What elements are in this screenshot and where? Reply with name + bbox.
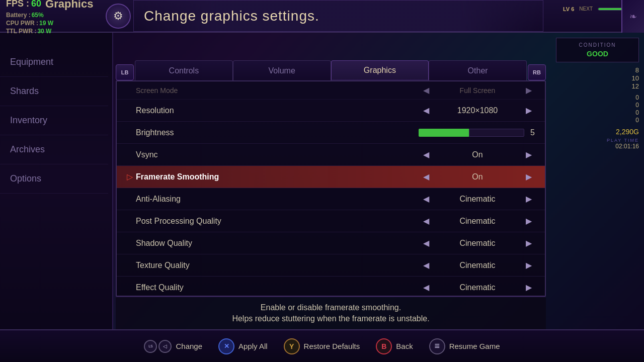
setting-post-processing[interactable]: Post Processing Quality ◀ Cinematic ▶ <box>117 210 545 232</box>
setting-shadow-quality[interactable]: Shadow Quality ◀ Cinematic ▶ <box>117 232 545 254</box>
gear-decoration: ⚙ <box>106 4 131 29</box>
setting-framerate-smoothing[interactable]: ▷ Framerate Smoothing ◀ On ▶ <box>117 166 545 188</box>
arrow-left-shadow[interactable]: ◀ <box>420 237 432 249</box>
arrow-right-vsync[interactable]: ▶ <box>523 149 535 161</box>
ttl-row: TTL PWR : 30 W <box>6 28 97 35</box>
arrow-right-framerate[interactable]: ▶ <box>523 171 535 183</box>
stat-num-12: 12 <box>556 82 639 90</box>
setting-value-effect: Cinematic <box>432 283 523 292</box>
lv-badge: LV 6 <box>563 6 574 12</box>
fps-label: FPS : <box>6 0 29 9</box>
setting-value-resolution: 1920×1080 <box>432 106 523 115</box>
tab-volume-label: Volume <box>268 66 295 75</box>
stat-num-8: 8 <box>556 66 639 74</box>
arrow-left-texture[interactable]: ◀ <box>420 259 432 272</box>
setting-value-pp: Cinematic <box>432 217 523 226</box>
cpu-value: 19 W <box>39 20 53 27</box>
setting-name-framerate: Framerate Smoothing <box>136 172 420 182</box>
tab-volume[interactable]: Volume <box>233 60 331 80</box>
tab-other[interactable]: Other <box>429 60 527 80</box>
setting-value-aa: Cinematic <box>432 195 523 204</box>
setting-vsync[interactable]: Vsync ◀ On ▶ <box>117 144 545 166</box>
arrow-right-resolution[interactable]: ▶ <box>523 105 535 117</box>
setting-resolution[interactable]: Resolution ◀ 1920×1080 ▶ <box>117 100 545 122</box>
setting-texture-quality[interactable]: Texture Quality ◀ Cinematic ▶ <box>117 254 545 277</box>
arrow-left-aa[interactable]: ◀ <box>420 193 432 205</box>
setting-value-framerate: On <box>432 172 523 182</box>
action-apply-all[interactable]: ✕ Apply All <box>218 338 268 354</box>
setting-name-screen-mode: Screen Mode <box>136 86 420 95</box>
tab-controls[interactable]: Controls <box>135 60 233 80</box>
setting-name-brightness: Brightness <box>136 128 419 137</box>
resume-game-label: Resume Game <box>449 342 500 350</box>
nav-item-archives[interactable]: Archives <box>0 135 108 164</box>
cpu-row: CPU PWR : 19 W <box>6 20 97 27</box>
arrow-right-texture[interactable]: ▶ <box>523 259 535 272</box>
arrow-right-pp[interactable]: ▶ <box>523 215 535 227</box>
setting-name-shadow: Shadow Quality <box>136 239 420 248</box>
change-label: Change <box>176 342 202 350</box>
nav-item-shards[interactable]: Shards <box>0 77 108 106</box>
nav-item-inventory[interactable]: Inventory <box>0 106 108 135</box>
brightness-filled <box>419 129 469 137</box>
setting-value-screen-mode: Full Screen <box>432 86 523 95</box>
fps-display: FPS : 60 Graphics <box>6 0 97 11</box>
setting-name-effect: Effect Quality <box>136 283 420 292</box>
action-resume-game[interactable]: ≡ Resume Game <box>429 338 500 354</box>
play-time-label: PLAY TIME <box>556 138 639 143</box>
back-label: Back <box>396 342 413 350</box>
right-sidebar: CONDITION GOOD 8 10 12 0 0 0 0 2,290G PL… <box>551 33 644 329</box>
condition-title: CONDITION <box>560 42 634 48</box>
condition-box: CONDITION GOOD <box>556 38 639 62</box>
action-change[interactable]: LS ◁ Change <box>144 340 202 353</box>
bottom-bar: LS ◁ Change ✕ Apply All Y Restore Defaul… <box>0 329 644 362</box>
nav-shards-label: Shards <box>10 86 39 96</box>
nav-item-options[interactable]: Options <box>0 164 108 194</box>
stat-num-10: 10 <box>556 74 639 82</box>
nav-options-label: Options <box>10 173 41 184</box>
settings-scroll-area[interactable]: Screen Mode ◀ Full Screen ▶ Resolution ◀… <box>117 81 545 296</box>
title-banner: Change graphics settings. <box>133 0 543 32</box>
arrow-right-effect[interactable]: ▶ <box>523 282 535 294</box>
arrow-left-pp[interactable]: ◀ <box>420 215 432 227</box>
nav-item-equipment[interactable]: Equipment <box>0 48 108 77</box>
restore-defaults-label: Restore Defaults <box>304 342 360 350</box>
setting-anti-aliasing[interactable]: Anti-Aliasing ◀ Cinematic ▶ <box>117 188 545 210</box>
description-line1: Enable or disable framerate smoothing. <box>261 303 401 312</box>
settings-panel: Screen Mode ◀ Full Screen ▶ Resolution ◀… <box>116 80 546 297</box>
action-back[interactable]: B Back <box>376 338 413 354</box>
arrow-right-aa[interactable]: ▶ <box>523 193 535 205</box>
arrow-right-screen-mode[interactable]: ▶ <box>523 84 535 97</box>
brightness-bar: 5 <box>419 128 535 137</box>
menu-button-icon: ≡ <box>429 338 445 354</box>
tab-graphics-label: Graphics <box>364 66 396 75</box>
battery-value: 65% <box>32 12 44 19</box>
lb-button[interactable]: LB <box>116 64 134 80</box>
fps-value: 60 <box>31 0 41 9</box>
ttl-label: TTL PWR : <box>6 28 36 35</box>
ttl-value: 30 W <box>37 28 51 35</box>
setting-effect-quality[interactable]: Effect Quality ◀ Cinematic ▶ <box>117 277 545 296</box>
rb-button[interactable]: RB <box>528 64 546 80</box>
action-restore-defaults[interactable]: Y Restore Defaults <box>284 338 360 354</box>
arrow-left-vsync[interactable]: ◀ <box>420 149 432 161</box>
x-button-icon: ✕ <box>218 338 234 354</box>
arrow-left-effect[interactable]: ◀ <box>420 282 432 294</box>
nav-archives-label: Archives <box>10 144 45 154</box>
setting-value-texture: Cinematic <box>432 261 523 270</box>
setting-screen-mode[interactable]: Screen Mode ◀ Full Screen ▶ <box>117 81 545 100</box>
tab-graphics[interactable]: Graphics <box>331 60 429 80</box>
setting-brightness[interactable]: Brightness 5 <box>117 122 545 144</box>
description-line2: Helps reduce stuttering when the framera… <box>232 314 429 323</box>
condition-value: GOOD <box>560 50 634 58</box>
stat-numbers: 8 10 12 <box>556 66 639 90</box>
arrow-left-screen-mode[interactable]: ◀ <box>420 84 432 97</box>
left-nav: Equipment Shards Inventory Archives Opti… <box>0 33 108 194</box>
arrow-left-framerate[interactable]: ◀ <box>420 171 432 183</box>
tab-controls-label: Controls <box>169 66 199 75</box>
arrow-right-shadow[interactable]: ▶ <box>523 237 535 249</box>
graphics-label: Graphics <box>45 0 93 11</box>
arrow-left-resolution[interactable]: ◀ <box>420 105 432 117</box>
setting-name-texture: Texture Quality <box>136 261 420 270</box>
nav-equipment-label: Equipment <box>10 57 53 67</box>
